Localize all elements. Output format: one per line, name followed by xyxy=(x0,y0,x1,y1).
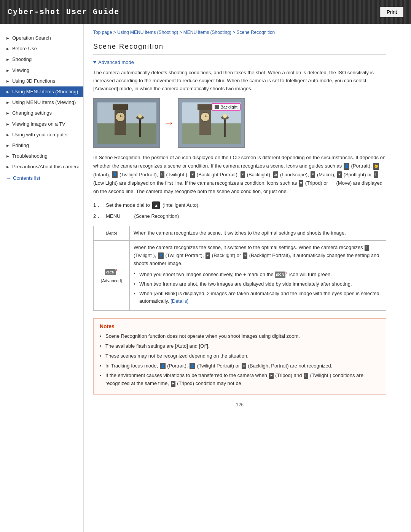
auto-content-cell: When the camera recognizes the scene, it… xyxy=(130,226,386,241)
sidebar-label-1: Before Use xyxy=(12,45,37,52)
portrait-icon: 👤 xyxy=(344,163,349,169)
print-button[interactable]: Print xyxy=(380,7,403,17)
note-4: In Tracking focus mode, 👤 (Portrait), 👤 … xyxy=(100,362,380,370)
note-5: If the environment causes vibrations to … xyxy=(100,372,380,388)
tripod-icon-note: ⚑ xyxy=(269,373,274,379)
sidebar-label-9: Using with your computer xyxy=(12,131,68,138)
main-layout: ►Operation Search►Before Use►Shooting►Vi… xyxy=(0,24,411,532)
sidebar-arrow-8: ► xyxy=(6,121,10,127)
advanced-mode-label[interactable]: Advanced mode xyxy=(93,59,386,65)
iscn-badge: iSCN xyxy=(105,269,116,275)
sidebar-item-6[interactable]: ►Using MENU items (Viewing) xyxy=(0,97,83,108)
sidebar-label-6: Using MENU items (Viewing) xyxy=(12,99,76,106)
sidebar: ►Operation Search►Before Use►Shooting►Vi… xyxy=(0,24,84,532)
macro-icon: ⚘ xyxy=(311,171,315,178)
twilight-icon-2: ☾ xyxy=(365,245,369,251)
twilight-icon-note: ☾ xyxy=(304,373,308,379)
breadcrumb-menu-shooting[interactable]: Using MENU items (Shooting) xyxy=(117,30,178,35)
svg-point-22 xyxy=(223,114,227,118)
sidebar-arrow-5: ► xyxy=(6,89,10,95)
bullet-2: When two frames are shot, the two images… xyxy=(134,280,382,288)
sidebar-label-4: Using 3D Functions xyxy=(12,78,55,85)
sidebar-item-10[interactable]: ►Printing xyxy=(0,140,83,151)
svg-point-11 xyxy=(138,114,142,118)
arrow-indicator: → xyxy=(164,117,174,129)
sidebar-arrow-1: ► xyxy=(6,46,10,52)
sidebar-item-11[interactable]: ►Troubleshooting xyxy=(0,151,83,161)
content-area: Top page > Using MENU items (Shooting) >… xyxy=(84,24,396,532)
breadcrumb-menu-items[interactable]: MENU items (Shooting) xyxy=(183,30,231,35)
tripod-icon: ⚑ xyxy=(299,180,303,187)
breadcrumb: Top page > Using MENU items (Shooting) >… xyxy=(93,30,386,35)
contents-link-text: Contents list xyxy=(13,175,40,181)
backlight-label: Backlight xyxy=(220,105,237,109)
camera-image-before xyxy=(93,98,160,148)
svg-rect-3 xyxy=(97,123,156,144)
sidebar-label-3: Viewing xyxy=(12,67,29,74)
backlight-icon: ☀ xyxy=(241,171,245,178)
sidebar-label-12: Precautions/About this camera xyxy=(12,163,80,170)
sidebar-label-0: Operation Search xyxy=(12,35,51,42)
sidebar-item-5[interactable]: ►Using MENU items (Shooting) xyxy=(0,86,83,97)
sidebar-item-12[interactable]: ►Precautions/About this camera xyxy=(0,161,83,172)
header: Cyber-shot User Guide Print xyxy=(0,0,411,24)
advanced-bullets: When you shoot two images consecutively,… xyxy=(134,270,382,306)
svg-rect-14 xyxy=(182,123,241,144)
sidebar-label-10: Printing xyxy=(12,142,29,149)
svg-rect-16 xyxy=(198,104,213,110)
sidebar-label-11: Troubleshooting xyxy=(12,153,48,160)
note-3: These scenes may not be recognized depen… xyxy=(100,352,380,360)
landscape-icon: ⛰ xyxy=(273,171,278,178)
sidebar-arrow-3: ► xyxy=(6,68,10,73)
twilight-icon: ☾ xyxy=(160,171,164,178)
sidebar-label-8: Viewing images on a TV xyxy=(12,121,65,128)
recognition-text: In Scene Recognition, the position of an… xyxy=(93,153,386,195)
breadcrumb-top[interactable]: Top page xyxy=(93,30,112,35)
sidebar-item-7[interactable]: ►Changing settings xyxy=(0,108,83,118)
steps: 1． Set the mode dial to ▲ (Intelligent A… xyxy=(93,201,386,220)
svg-rect-20 xyxy=(224,118,226,137)
sidebar-item-1[interactable]: ►Before Use xyxy=(0,43,83,54)
step-1: 1． Set the mode dial to ▲ (Intelligent A… xyxy=(93,201,386,209)
intelligent-auto-icon: ▲ xyxy=(152,201,160,209)
sidebar-label-7: Changing settings xyxy=(12,110,52,117)
tripod-icon-note-2: ⚑ xyxy=(171,381,175,387)
sidebar-item-2[interactable]: ►Shooting xyxy=(0,54,83,65)
bullet-3: When [Anti Blink] is displayed, 2 images… xyxy=(134,290,382,306)
iscn-inline: iSCN xyxy=(275,272,285,278)
iscn-icon-container: iSCN+ xyxy=(97,267,126,276)
twilight-portrait-icon: 👤 xyxy=(112,171,118,178)
note-2: The available flash settings are [Auto] … xyxy=(100,342,380,350)
backlight-icon-2: ☀ xyxy=(206,252,210,259)
lowlight-icon: ☾ xyxy=(374,171,378,178)
backlight-small-icon xyxy=(215,105,219,109)
iscn-plus: + xyxy=(116,268,118,272)
details-link[interactable]: [Details] xyxy=(170,298,188,304)
sidebar-item-0[interactable]: ►Operation Search xyxy=(0,33,83,43)
sidebar-item-9[interactable]: ►Using with your computer xyxy=(0,129,83,140)
table-row-auto: (Auto) When the camera recognizes the sc… xyxy=(94,226,386,241)
notes-section: Notes Scene Recognition function does no… xyxy=(93,318,386,395)
intro-text: The camera automatically detects shootin… xyxy=(93,69,386,93)
sidebar-item-3[interactable]: ►Viewing xyxy=(0,65,83,76)
backlight-badge: Backlight xyxy=(212,103,241,111)
sidebar-arrow-0: ► xyxy=(6,35,10,41)
bullet-1: When you shoot two images consecutively,… xyxy=(134,270,382,279)
table-row-advanced: iSCN+ (Advanced) When the camera recogni… xyxy=(94,241,386,311)
sidebar-label-2: Shooting xyxy=(12,56,32,63)
sidebar-arrow-11: ► xyxy=(6,153,10,159)
backlight-portrait-icon: ☀ xyxy=(190,171,195,178)
sidebar-label-5: Using MENU items (Shooting) xyxy=(12,88,78,95)
sidebar-item-4[interactable]: ►Using 3D Functions xyxy=(0,76,83,86)
auto-icon: (Auto) xyxy=(97,230,126,237)
advanced-content-cell: When the camera recognizes the scene, it… xyxy=(130,241,386,311)
contents-list-link[interactable]: →Contents list xyxy=(0,172,83,184)
breadcrumb-scene[interactable]: Scene Recognition xyxy=(237,30,275,35)
sidebar-item-8[interactable]: ►Viewing images on a TV xyxy=(0,119,83,129)
app-title: Cyber-shot User Guide xyxy=(8,8,119,16)
triangle-icon xyxy=(93,61,96,64)
twilight-portrait-icon-note: 👤 xyxy=(190,363,195,369)
twilight-portrait-icon-2: 👤 xyxy=(158,252,164,259)
note-1: Scene Recognition function does not oper… xyxy=(100,332,380,340)
auto-label-cell: (Auto) xyxy=(94,226,130,241)
